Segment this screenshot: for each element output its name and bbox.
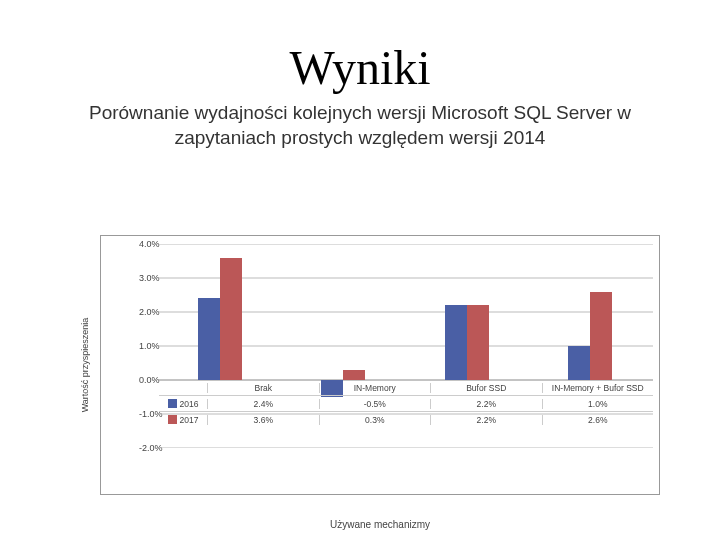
bar-2017-inmemory	[343, 370, 365, 380]
legend-swatch-2016	[168, 399, 177, 408]
category-label: Brak	[207, 383, 319, 393]
value-cell: 2.6%	[542, 415, 654, 425]
y-tick: 4.0%	[139, 239, 157, 249]
y-tick: 3.0%	[139, 273, 157, 283]
y-axis-label: Wartość przyspieszenia	[80, 318, 90, 413]
page-title: Wyniki	[0, 40, 720, 95]
category-row: Brak IN-Memory Bufor SSD IN-Memory + Buf…	[159, 380, 653, 395]
y-tick: 0.0%	[139, 375, 157, 385]
value-cell: 1.0%	[542, 399, 654, 409]
bar-2017-buforssd	[467, 305, 489, 380]
series-row-2017: 2017 3.6% 0.3% 2.2% 2.6%	[159, 411, 653, 427]
category-label: Bufor SSD	[430, 383, 542, 393]
bar-2017-combo	[590, 292, 612, 380]
y-tick: 2.0%	[139, 307, 157, 317]
category-label: IN-Memory + Bufor SSD	[542, 383, 654, 393]
subtitle: Porównanie wydajności kolejnych wersji M…	[60, 101, 660, 150]
value-cell: 2.2%	[430, 415, 542, 425]
value-cell: -0.5%	[319, 399, 431, 409]
series-row-2016: 2016 2.4% -0.5% 2.2% 1.0%	[159, 395, 653, 411]
value-cell: 3.6%	[207, 415, 319, 425]
chart: Wartość przyspieszenia 4.0% 3.0% 2.0% 1.…	[100, 235, 660, 495]
legend-label-2016: 2016	[180, 399, 199, 409]
value-cell: 0.3%	[319, 415, 431, 425]
slide: Wyniki Porównanie wydajności kolejnych w…	[0, 40, 720, 540]
value-cell: 2.2%	[430, 399, 542, 409]
value-cell: 2.4%	[207, 399, 319, 409]
y-tick: -2.0%	[139, 443, 157, 453]
data-table: Brak IN-Memory Bufor SSD IN-Memory + Buf…	[159, 380, 653, 427]
bar-2016-combo	[568, 346, 590, 380]
legend-swatch-2017	[168, 415, 177, 424]
bar-2017-brak	[220, 258, 242, 380]
bar-2016-brak	[198, 298, 220, 380]
legend-label-2017: 2017	[180, 415, 199, 425]
y-tick: 1.0%	[139, 341, 157, 351]
y-tick: -1.0%	[139, 409, 157, 419]
x-axis-label: Używane mechanizmy	[101, 519, 659, 530]
category-label: IN-Memory	[319, 383, 431, 393]
bar-2016-buforssd	[445, 305, 467, 380]
